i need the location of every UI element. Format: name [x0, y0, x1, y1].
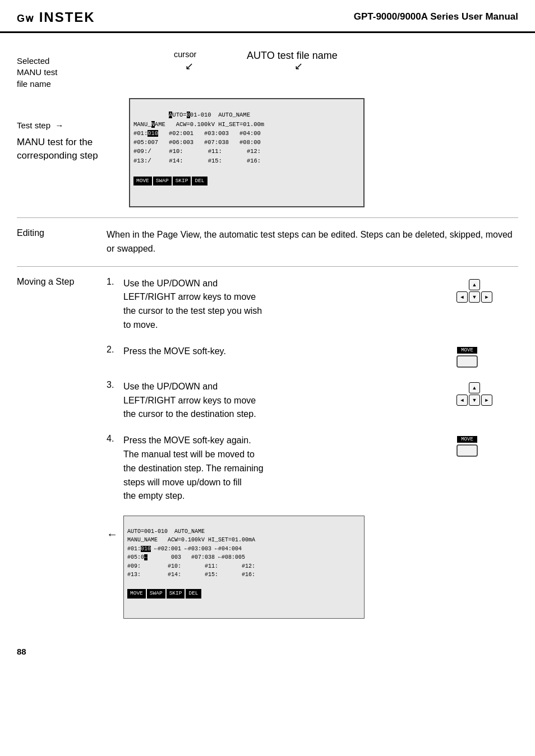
- annotations-row: cursor AUTO test file name ↙ ↙: [129, 50, 518, 81]
- logo: Gᴡ INSTEK: [17, 8, 95, 26]
- soft-keys-row: MOVE SWAP SKIP DEL: [133, 177, 360, 186]
- arrow-row-bottom: ◄ ▼ ►: [456, 291, 492, 303]
- left-btn: ◄: [456, 291, 468, 303]
- step-3-text: Use the UP/DOWN andLEFT/RIGHT arrow keys…: [123, 380, 451, 421]
- lcd-screen: AUTO=001-010 AUTO_NAME MANU_NAME ACW=0.1…: [129, 98, 365, 207]
- step-4-num: 4.: [107, 434, 123, 444]
- arrow-row-top: ▲: [469, 279, 480, 290]
- move-key-icon-2: MOVE: [456, 347, 478, 368]
- step-2: 2. Press the MOVE soft-key. MOVE: [107, 345, 518, 368]
- step-4-icon: MOVE: [451, 434, 518, 457]
- bottom-lcd-screen: AUTO=001-010 AUTO_NAME MANU_NAME ACW=0.1…: [123, 516, 365, 619]
- step-2-icon: MOVE: [451, 345, 518, 368]
- del-key: DEL: [192, 177, 207, 186]
- step-3: 3. Use the UP/DOWN andLEFT/RIGHT arrow k…: [107, 380, 518, 421]
- move-key-button: [456, 355, 478, 368]
- auto-annotation: AUTO test file name: [247, 50, 338, 62]
- arrow-keys-icon-1: ▲ ◄ ▼ ►: [456, 279, 492, 303]
- move-key: MOVE: [133, 177, 152, 186]
- step-1-text: Use the UP/DOWN andLEFT/RIGHT arrow keys…: [123, 277, 451, 332]
- move-key-label: MOVE: [457, 347, 477, 354]
- right-btn: ►: [481, 291, 492, 303]
- bottom-del-key: DEL: [186, 589, 201, 599]
- move-key-label-4: MOVE: [457, 436, 477, 443]
- step-4: 4. Press the MOVE soft-key again.The man…: [107, 434, 518, 503]
- step-1: 1. Use the UP/DOWN andLEFT/RIGHT arrow k…: [107, 277, 518, 332]
- moving-step-section: Moving a Step 1. Use the UP/DOWN andLEFT…: [17, 267, 518, 619]
- step-1-icon: ▲ ◄ ▼ ►: [451, 277, 518, 303]
- arrow-row-top-3: ▲: [469, 382, 480, 393]
- arrow-keys-icon-3: ▲ ◄ ▼ ►: [456, 382, 492, 406]
- moving-step-content: 1. Use the UP/DOWN andLEFT/RIGHT arrow k…: [107, 277, 518, 619]
- main-content: SelectedMANU testfile name Test step → M…: [0, 33, 535, 636]
- step-2-text: Press the MOVE soft-key.: [123, 345, 451, 359]
- bottom-lcd-container: ← AUTO=001-010 AUTO_NAME MANU_NAME ACW=0…: [107, 516, 518, 619]
- skip-key: SKIP: [173, 177, 191, 186]
- bottom-soft-keys-row: MOVE SWAP SKIP DEL: [127, 589, 361, 599]
- bottom-move-key: MOVE: [127, 589, 146, 599]
- cursor-arrow: ↙: [185, 60, 193, 72]
- editing-section: Editing When in the Page View, the autom…: [17, 218, 518, 267]
- diagram-labels: SelectedMANU testfile name Test step → M…: [17, 55, 129, 163]
- right-btn-3: ►: [481, 395, 492, 406]
- manu-test-label: MANU test for thecorresponding step: [17, 136, 123, 163]
- page-header: Gᴡ INSTEK GPT-9000/9000A Series User Man…: [0, 0, 535, 33]
- page-title: GPT-9000/9000A Series User Manual: [354, 11, 518, 22]
- step-4-text: Press the MOVE soft-key again.The manual…: [123, 434, 451, 503]
- auto-arrow: ↙: [294, 60, 303, 72]
- move-key-icon-4: MOVE: [456, 436, 478, 457]
- test-step-label: Test step →: [17, 120, 123, 130]
- down-btn: ▼: [469, 291, 480, 303]
- bottom-arrow: ←: [107, 528, 118, 541]
- bottom-skip-key: SKIP: [167, 589, 185, 599]
- swap-key: SWAP: [153, 177, 172, 186]
- up-btn-3: ▲: [469, 382, 480, 393]
- cursor-annotation: cursor: [174, 50, 196, 59]
- diagram-section: SelectedMANU testfile name Test step → M…: [17, 44, 518, 218]
- editing-label: Editing: [17, 228, 107, 256]
- down-btn-3: ▼: [469, 395, 480, 406]
- step-2-num: 2.: [107, 345, 123, 355]
- step-3-num: 3.: [107, 380, 123, 390]
- up-btn: ▲: [469, 279, 480, 290]
- page-number: 88: [0, 636, 535, 667]
- moving-step-label: Moving a Step: [17, 277, 107, 619]
- arrow-row-bottom-3: ◄ ▼ ►: [456, 395, 492, 406]
- left-btn-3: ◄: [456, 395, 468, 406]
- bottom-swap-key: SWAP: [147, 589, 165, 599]
- move-key-button-4: [456, 444, 478, 457]
- selected-manu-label: SelectedMANU testfile name: [17, 55, 123, 90]
- step-1-num: 1.: [107, 277, 123, 287]
- editing-text: When in the Page View, the automatic tes…: [107, 228, 518, 256]
- step-3-icon: ▲ ◄ ▼ ►: [451, 380, 518, 406]
- lcd-area: cursor AUTO test file name ↙ ↙ AUTO=001-…: [129, 50, 518, 207]
